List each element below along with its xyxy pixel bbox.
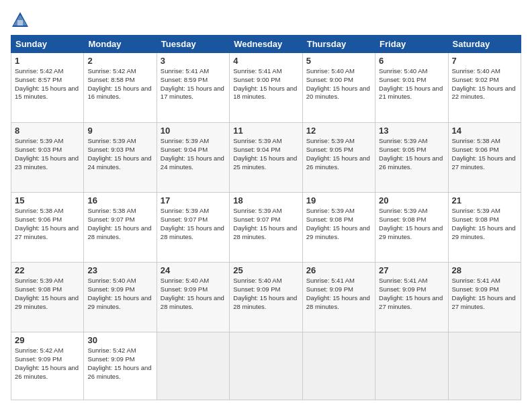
day-number: 1	[15, 56, 80, 66]
calendar-day-cell: 30Sunrise: 5:42 AMSunset: 9:09 PMDayligh…	[84, 332, 157, 400]
day-detail: Sunrise: 5:39 AMSunset: 9:03 PMDaylight:…	[15, 137, 80, 171]
calendar-week-row: 1Sunrise: 5:42 AMSunset: 8:57 PMDaylight…	[11, 53, 521, 123]
calendar-week-row: 8Sunrise: 5:39 AMSunset: 9:03 PMDaylight…	[11, 123, 521, 193]
day-detail: Sunrise: 5:42 AMSunset: 8:57 PMDaylight:…	[15, 67, 80, 101]
day-number: 2	[87, 56, 152, 66]
day-detail: Sunrise: 5:38 AMSunset: 9:06 PMDaylight:…	[452, 137, 517, 171]
day-number: 21	[452, 195, 517, 205]
day-detail: Sunrise: 5:41 AMSunset: 9:09 PMDaylight:…	[306, 277, 371, 311]
day-number: 26	[306, 265, 371, 275]
calendar-day-cell: 25Sunrise: 5:40 AMSunset: 9:09 PMDayligh…	[230, 263, 302, 332]
calendar-day-cell: 29Sunrise: 5:42 AMSunset: 9:09 PMDayligh…	[11, 332, 84, 400]
calendar-day-cell: 20Sunrise: 5:39 AMSunset: 9:08 PMDayligh…	[375, 193, 448, 263]
day-number: 25	[233, 265, 298, 275]
day-number: 17	[161, 195, 226, 205]
calendar-day-cell: 5Sunrise: 5:40 AMSunset: 9:00 PMDaylight…	[302, 53, 375, 123]
day-detail: Sunrise: 5:39 AMSunset: 9:07 PMDaylight:…	[161, 207, 226, 241]
calendar-day-cell	[375, 332, 448, 400]
calendar-day-cell	[302, 332, 375, 400]
calendar-day-cell: 16Sunrise: 5:38 AMSunset: 9:07 PMDayligh…	[84, 193, 157, 263]
day-number: 15	[15, 195, 80, 205]
weekday-header: Friday	[375, 36, 448, 53]
day-detail: Sunrise: 5:40 AMSunset: 9:02 PMDaylight:…	[452, 67, 517, 101]
day-number: 28	[452, 265, 517, 275]
day-detail: Sunrise: 5:42 AMSunset: 9:09 PMDaylight:…	[15, 347, 80, 381]
logo-icon	[11, 11, 30, 30]
weekday-header: Tuesday	[157, 36, 229, 53]
day-detail: Sunrise: 5:40 AMSunset: 9:01 PMDaylight:…	[379, 67, 444, 101]
day-number: 14	[452, 126, 517, 136]
calendar-body: 1Sunrise: 5:42 AMSunset: 8:57 PMDaylight…	[11, 53, 521, 400]
day-number: 5	[306, 56, 371, 66]
calendar-week-row: 22Sunrise: 5:39 AMSunset: 9:08 PMDayligh…	[11, 263, 521, 332]
calendar-day-cell: 21Sunrise: 5:39 AMSunset: 9:08 PMDayligh…	[448, 193, 521, 263]
page: SundayMondayTuesdayWednesdayThursdayFrid…	[0, 0, 532, 411]
day-number: 9	[87, 126, 152, 136]
calendar-day-cell: 19Sunrise: 5:39 AMSunset: 9:08 PMDayligh…	[302, 193, 375, 263]
calendar-day-cell: 17Sunrise: 5:39 AMSunset: 9:07 PMDayligh…	[157, 193, 229, 263]
day-number: 13	[379, 126, 444, 136]
calendar-day-cell: 26Sunrise: 5:41 AMSunset: 9:09 PMDayligh…	[302, 263, 375, 332]
day-detail: Sunrise: 5:40 AMSunset: 9:09 PMDaylight:…	[233, 277, 298, 311]
day-detail: Sunrise: 5:42 AMSunset: 8:58 PMDaylight:…	[87, 67, 152, 101]
day-detail: Sunrise: 5:39 AMSunset: 9:08 PMDaylight:…	[15, 277, 80, 311]
calendar-day-cell: 6Sunrise: 5:40 AMSunset: 9:01 PMDaylight…	[375, 53, 448, 123]
calendar-day-cell: 27Sunrise: 5:41 AMSunset: 9:09 PMDayligh…	[375, 263, 448, 332]
day-detail: Sunrise: 5:41 AMSunset: 9:00 PMDaylight:…	[233, 67, 298, 101]
weekday-header: Monday	[84, 36, 157, 53]
day-number: 16	[87, 195, 152, 205]
day-number: 20	[379, 195, 444, 205]
calendar: SundayMondayTuesdayWednesdayThursdayFrid…	[11, 35, 521, 400]
calendar-day-cell: 1Sunrise: 5:42 AMSunset: 8:57 PMDaylight…	[11, 53, 84, 123]
calendar-day-cell: 12Sunrise: 5:39 AMSunset: 9:05 PMDayligh…	[302, 123, 375, 193]
day-detail: Sunrise: 5:42 AMSunset: 9:09 PMDaylight:…	[87, 347, 152, 381]
calendar-day-cell: 14Sunrise: 5:38 AMSunset: 9:06 PMDayligh…	[448, 123, 521, 193]
calendar-day-cell: 2Sunrise: 5:42 AMSunset: 8:58 PMDaylight…	[84, 53, 157, 123]
day-detail: Sunrise: 5:39 AMSunset: 9:03 PMDaylight:…	[87, 137, 152, 171]
day-detail: Sunrise: 5:40 AMSunset: 9:09 PMDaylight:…	[161, 277, 226, 311]
calendar-day-cell: 22Sunrise: 5:39 AMSunset: 9:08 PMDayligh…	[11, 263, 84, 332]
day-detail: Sunrise: 5:39 AMSunset: 9:08 PMDaylight:…	[452, 207, 517, 241]
day-detail: Sunrise: 5:38 AMSunset: 9:06 PMDaylight:…	[15, 207, 80, 241]
day-detail: Sunrise: 5:39 AMSunset: 9:04 PMDaylight:…	[161, 137, 226, 171]
calendar-day-cell: 7Sunrise: 5:40 AMSunset: 9:02 PMDaylight…	[448, 53, 521, 123]
calendar-day-cell: 15Sunrise: 5:38 AMSunset: 9:06 PMDayligh…	[11, 193, 84, 263]
weekday-header: Saturday	[448, 36, 521, 53]
day-detail: Sunrise: 5:39 AMSunset: 9:05 PMDaylight:…	[379, 137, 444, 171]
calendar-header-row: SundayMondayTuesdayWednesdayThursdayFrid…	[11, 36, 521, 53]
calendar-day-cell: 4Sunrise: 5:41 AMSunset: 9:00 PMDaylight…	[230, 53, 302, 123]
day-number: 8	[15, 126, 80, 136]
day-number: 29	[15, 335, 80, 345]
day-number: 19	[306, 195, 371, 205]
weekday-header: Sunday	[11, 36, 84, 53]
calendar-day-cell	[157, 332, 229, 400]
day-number: 30	[87, 335, 152, 345]
calendar-day-cell: 28Sunrise: 5:41 AMSunset: 9:09 PMDayligh…	[448, 263, 521, 332]
calendar-day-cell: 11Sunrise: 5:39 AMSunset: 9:04 PMDayligh…	[230, 123, 302, 193]
weekday-header: Wednesday	[230, 36, 302, 53]
calendar-day-cell: 13Sunrise: 5:39 AMSunset: 9:05 PMDayligh…	[375, 123, 448, 193]
day-detail: Sunrise: 5:39 AMSunset: 9:08 PMDaylight:…	[306, 207, 371, 241]
day-detail: Sunrise: 5:41 AMSunset: 8:59 PMDaylight:…	[161, 67, 226, 101]
day-number: 18	[233, 195, 298, 205]
calendar-day-cell: 10Sunrise: 5:39 AMSunset: 9:04 PMDayligh…	[157, 123, 229, 193]
day-number: 24	[161, 265, 226, 275]
calendar-day-cell	[230, 332, 302, 400]
day-detail: Sunrise: 5:38 AMSunset: 9:07 PMDaylight:…	[87, 207, 152, 241]
day-detail: Sunrise: 5:39 AMSunset: 9:08 PMDaylight:…	[379, 207, 444, 241]
day-number: 11	[233, 126, 298, 136]
logo	[11, 11, 32, 30]
calendar-week-row: 29Sunrise: 5:42 AMSunset: 9:09 PMDayligh…	[11, 332, 521, 400]
day-detail: Sunrise: 5:41 AMSunset: 9:09 PMDaylight:…	[452, 277, 517, 311]
day-number: 23	[87, 265, 152, 275]
day-number: 4	[233, 56, 298, 66]
day-detail: Sunrise: 5:39 AMSunset: 9:05 PMDaylight:…	[306, 137, 371, 171]
day-detail: Sunrise: 5:40 AMSunset: 9:00 PMDaylight:…	[306, 67, 371, 101]
calendar-day-cell: 3Sunrise: 5:41 AMSunset: 8:59 PMDaylight…	[157, 53, 229, 123]
calendar-day-cell: 23Sunrise: 5:40 AMSunset: 9:09 PMDayligh…	[84, 263, 157, 332]
calendar-day-cell: 9Sunrise: 5:39 AMSunset: 9:03 PMDaylight…	[84, 123, 157, 193]
day-detail: Sunrise: 5:39 AMSunset: 9:07 PMDaylight:…	[233, 207, 298, 241]
day-detail: Sunrise: 5:39 AMSunset: 9:04 PMDaylight:…	[233, 137, 298, 171]
calendar-week-row: 15Sunrise: 5:38 AMSunset: 9:06 PMDayligh…	[11, 193, 521, 263]
day-number: 6	[379, 56, 444, 66]
